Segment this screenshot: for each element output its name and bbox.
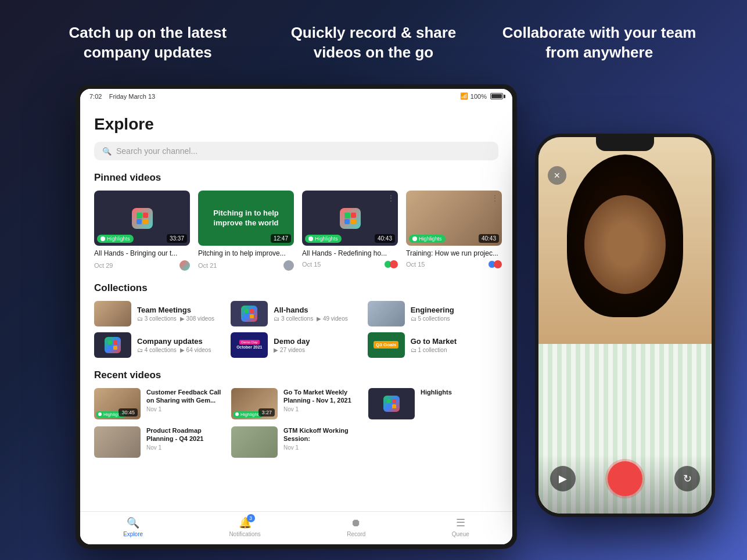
avatar-1 (179, 260, 190, 271)
header-col-1: Catch up on the latest company updates (46, 23, 249, 63)
pinned-video-4[interactable]: Highlights 40:43 ⋮ Training: How we run … (406, 191, 502, 271)
status-time-date: 7:02 Friday March 13 (89, 93, 155, 100)
tab-queue[interactable]: ☰ Queue (452, 516, 469, 537)
record-button[interactable] (608, 461, 642, 496)
collection-company-updates[interactable]: Company updates 🗂 4 collections ▶ 64 vid… (94, 332, 225, 358)
recent-video-2[interactable]: Highlights 3:27 Go To Market Weekly Plan… (231, 388, 361, 419)
collection-team-meetings[interactable]: Team Meetings 🗂 3 collections ▶ 308 vide… (94, 301, 225, 326)
notification-badge: 3 (247, 514, 255, 522)
coll-thumb-engineering (368, 301, 405, 326)
recent-thumb-3 (368, 388, 415, 419)
person-face (584, 195, 666, 294)
play-button[interactable]: ▶ (550, 466, 576, 491)
more-icon-3[interactable]: ⋮ (387, 193, 395, 203)
video-title-3: All Hands - Redefining ho... (302, 249, 398, 259)
avatar-4b (494, 260, 502, 268)
svg-rect-1 (143, 213, 148, 218)
svg-rect-16 (387, 399, 391, 403)
coll-name-all-hands: All-hands (274, 306, 361, 314)
header: Catch up on the latest company updates Q… (0, 0, 747, 80)
phone-notch (596, 137, 654, 151)
recent-video-5[interactable]: GTM Kickoff Working Session: Nov 1 (231, 426, 361, 458)
coll-thumb-all-hands (231, 301, 268, 326)
recent-logo-3 (383, 396, 400, 412)
search-placeholder: Search your channel... (116, 146, 197, 156)
close-button[interactable]: ✕ (548, 166, 566, 185)
explore-title: Explore (94, 115, 498, 134)
video-date-2: Oct 21 (198, 260, 294, 271)
tab-notifications-label: Notifications (229, 531, 260, 537)
recent-info-2: Go To Market Weekly Planning - Nov 1, 20… (283, 388, 361, 413)
search-icon: 🔍 (102, 147, 112, 156)
tab-record[interactable]: ⏺ Record (347, 517, 365, 537)
search-bar[interactable]: 🔍 Search your channel... (94, 142, 498, 160)
svg-rect-10 (245, 314, 249, 318)
video-thumb-3: Highlights 40:43 ⋮ (302, 191, 398, 246)
svg-rect-14 (108, 346, 112, 350)
tab-queue-label: Queue (452, 531, 469, 537)
coll-thumb-company-updates (94, 332, 131, 358)
record-icon: ⏺ (351, 517, 361, 529)
phone-screen: ✕ ▶ ↻ (538, 137, 712, 514)
recent-title-2: Go To Market Weekly Planning - Nov 1, 20… (283, 388, 361, 405)
tablet-main-content: Explore 🔍 Search your channel... Pinned … (80, 103, 512, 511)
recent-info-4: Product Roadmap Planning - Q4 2021 Nov 1 (146, 426, 224, 451)
avatar-2 (283, 260, 294, 271)
coll-info-demo-day: Demo day ▶ 27 videos (274, 337, 361, 353)
recent-thumb-4 (94, 426, 141, 458)
pinned-video-2[interactable]: Pitching in to help improve the world 12… (198, 191, 294, 271)
svg-rect-13 (113, 340, 117, 344)
coll-name-company-updates: Company updates (137, 337, 225, 346)
tablet-screen: 7:02 Friday March 13 📶 100% Explore 🔍 Se… (80, 89, 512, 544)
recent-info-1: Customer Feedback Call on Sharing with G… (146, 388, 224, 413)
close-icon: ✕ (554, 171, 561, 180)
coll-info-all-hands: All-hands 🗂 3 collections ▶ 49 videos (274, 306, 361, 322)
video-thumb-2: Pitching in to help improve the world 12… (198, 191, 294, 246)
battery-icon (490, 93, 503, 99)
recent-video-4[interactable]: Product Roadmap Planning - Q4 2021 Nov 1 (94, 426, 224, 458)
coll-info-engineering: Engineering 🗂 5 collections (411, 306, 498, 322)
recent-info-3: Highlights (421, 388, 498, 398)
app-logo-1 (132, 208, 153, 229)
svg-rect-15 (113, 346, 117, 350)
header-text-1: Catch up on the latest company updates (69, 24, 227, 61)
highlight-dot-1 (100, 236, 105, 241)
svg-rect-11 (250, 314, 254, 318)
demo-day-text: October 2021 (236, 345, 262, 350)
recent-duration-1: 30:45 (118, 408, 138, 417)
video-title-4: Training: How we run projec... (406, 249, 502, 259)
recent-thumb-1: Highlights 30:45 (94, 388, 141, 419)
recent-hl-dot-2 (235, 412, 239, 416)
queue-icon: ☰ (456, 516, 465, 529)
duration-3: 40:43 (375, 234, 395, 243)
coll-name-team-meetings: Team Meetings (137, 306, 225, 314)
highlights-badge-3: Highlights (305, 235, 342, 243)
tab-notifications[interactable]: 🔔 3 Notifications (229, 516, 260, 537)
pinned-video-1[interactable]: Highlights 33:37 All Hands - Bringing ou… (94, 191, 190, 271)
more-icon-4[interactable]: ⋮ (491, 193, 499, 203)
video-thumb-1: Highlights 33:37 (94, 191, 190, 246)
recent-title-5: GTM Kickoff Working Session: (283, 426, 361, 443)
coll-info-team-meetings: Team Meetings 🗂 3 collections ▶ 308 vide… (137, 306, 225, 322)
coll-meta-team-meetings: 🗂 3 collections ▶ 308 videos (137, 315, 225, 322)
recent-videos-row: Highlights 30:45 Customer Feedback Call … (94, 388, 498, 458)
collection-go-to-market[interactable]: Q3 Goals Go to Market 🗂 1 collection (368, 332, 498, 358)
pinned-videos-title: Pinned videos (94, 172, 498, 184)
status-date: Friday March 13 (109, 93, 155, 100)
header-text-2: Quickly record & share videos on the go (291, 24, 457, 61)
collection-demo-day[interactable]: Demo Day October 2021 Demo day ▶ 27 vide… (231, 332, 361, 358)
coll-meta-demo-day: ▶ 27 videos (274, 347, 361, 353)
svg-rect-12 (108, 340, 112, 344)
collection-all-hands[interactable]: All-hands 🗂 3 collections ▶ 49 videos (231, 301, 361, 326)
flip-camera-button[interactable]: ↻ (674, 466, 700, 491)
collection-engineering[interactable]: Engineering 🗂 5 collections (368, 301, 498, 326)
recent-title-4: Product Roadmap Planning - Q4 2021 (146, 426, 224, 443)
svg-rect-5 (351, 213, 356, 218)
recent-video-3[interactable]: Highlights (368, 388, 498, 419)
pinned-video-3[interactable]: Highlights 40:43 ⋮ All Hands - Redefinin… (302, 191, 398, 271)
recent-video-1[interactable]: Highlights 30:45 Customer Feedback Call … (94, 388, 224, 419)
coll-info-company-updates: Company updates 🗂 4 collections ▶ 64 vid… (137, 337, 225, 353)
tab-explore[interactable]: 🔍 Explore (123, 516, 143, 537)
all-hands-logo (241, 306, 257, 322)
recent-date-1: Nov 1 (146, 406, 224, 412)
